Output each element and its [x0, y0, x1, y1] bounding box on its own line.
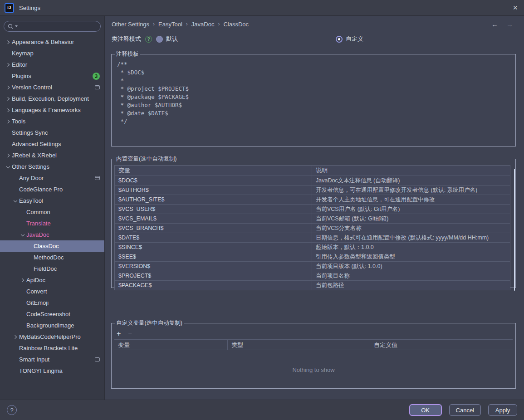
variable-name-cell: $AUTHOR_SITE$: [115, 195, 312, 204]
column-header-type: 类型: [227, 340, 370, 350]
remove-icon[interactable]: −: [128, 330, 132, 337]
builtin-variable-row[interactable]: $VERSION$当前项目版本 (默认: 1.0.0): [115, 261, 510, 271]
add-icon[interactable]: +: [117, 330, 121, 337]
chevron-right-icon[interactable]: [5, 120, 12, 123]
radio-default-label[interactable]: 默认: [166, 35, 178, 43]
sidebar-item-javadoc[interactable]: JavaDoc: [0, 229, 104, 240]
sidebar-item-mybatiscodehelperpro[interactable]: MyBatisCodeHelperPro: [0, 331, 104, 342]
breadcrumb-item[interactable]: EasyTool: [158, 21, 182, 28]
sidebar-item-label: Plugins: [12, 73, 31, 79]
sidebar-item-methoddoc[interactable]: MethodDoc: [0, 252, 104, 263]
radio-custom-label[interactable]: 自定义: [346, 35, 363, 43]
sidebar-item-classdoc[interactable]: ClassDoc: [0, 240, 104, 252]
sidebar-item-editor[interactable]: Editor: [0, 59, 104, 70]
sidebar-item-convert[interactable]: Convert: [0, 286, 104, 297]
builtin-variable-row[interactable]: $SINCE$起始版本，默认：1.0.0: [115, 242, 510, 252]
sidebar-item-smart-input[interactable]: Smart Input: [0, 354, 104, 365]
sidebar-item-any-door[interactable]: Any Door: [0, 172, 104, 184]
help-button[interactable]: ?: [7, 405, 17, 415]
radio-selected-icon[interactable]: [336, 36, 343, 43]
window-title: Settings: [19, 5, 40, 11]
radio-unselected-icon[interactable]: [156, 36, 163, 43]
chevron-right-icon[interactable]: [5, 41, 12, 44]
project-level-icon: [95, 176, 100, 180]
radio-custom[interactable]: 自定义: [336, 32, 363, 46]
apply-button[interactable]: Apply: [488, 404, 517, 416]
back-arrow-icon[interactable]: ←: [491, 20, 498, 28]
sidebar-item-other-settings[interactable]: Other Settings: [0, 161, 104, 172]
sidebar-item-translate[interactable]: Translate: [0, 218, 104, 229]
sidebar-item-advanced-settings[interactable]: Advanced Settings: [0, 138, 104, 150]
sidebar-item-gitemoji[interactable]: GitEmoji: [0, 297, 104, 308]
chevron-down-icon[interactable]: [12, 200, 19, 202]
builtin-variable-row[interactable]: $VCS_BRANCH$当前VCS分支名称: [115, 223, 510, 233]
sidebar-item-codescreenshot[interactable]: CodeScreenshot: [0, 308, 104, 320]
sidebar-item-version-control[interactable]: Version Control: [0, 82, 104, 93]
sidebar-item-apidoc[interactable]: ApiDoc: [0, 274, 104, 286]
sidebar-item-settings-sync[interactable]: Settings Sync: [0, 127, 104, 138]
sidebar-item-label: CodeScreenshot: [26, 311, 70, 317]
builtin-variable-row[interactable]: $PROJECT$当前项目名称: [115, 271, 510, 280]
sidebar-item-label: Settings Sync: [12, 129, 48, 136]
chevron-right-icon[interactable]: [5, 154, 12, 157]
chevron-down-icon[interactable]: [19, 234, 26, 236]
comment-mode-label: 类注释模式: [112, 35, 141, 43]
sidebar-item-easytool[interactable]: EasyTool: [0, 195, 104, 206]
chevron-right-icon[interactable]: [5, 109, 12, 112]
search-icon: [8, 24, 14, 29]
breadcrumb-item[interactable]: ClassDoc: [223, 21, 249, 28]
settings-window: IJ Settings × Appearance & BehaviorKeyma…: [0, 0, 524, 420]
builtin-variable-row[interactable]: $VCS_EMAIL$当前VCS邮箱 (默认: Git邮箱): [115, 214, 510, 223]
builtin-variable-row[interactable]: $VCS_USER$当前VCS用户名 (默认: Git用户名): [115, 204, 510, 214]
variable-name-cell: $SINCE$: [115, 243, 312, 252]
chevron-right-icon[interactable]: [5, 98, 12, 100]
sidebar-item-label: Smart Input: [19, 356, 49, 363]
sidebar-item-label: ApiDoc: [26, 277, 45, 283]
close-icon[interactable]: ×: [513, 4, 518, 12]
search-input[interactable]: [19, 23, 97, 30]
variable-name-cell: $AUTHOR$: [115, 186, 312, 195]
breadcrumb-separator: ›: [186, 21, 188, 27]
sidebar-item-codeglance-pro[interactable]: CodeGlance Pro: [0, 184, 104, 195]
column-header-variable: 变量: [114, 340, 227, 350]
cancel-button[interactable]: Cancel: [449, 404, 481, 416]
breadcrumb-item[interactable]: Other Settings: [112, 21, 149, 28]
variable-description-cell: 当前VCS邮箱 (默认: Git邮箱): [312, 214, 510, 223]
builtin-variable-row[interactable]: $DATE$日期信息，格式可在通用配置中修改 (默认格式: yyyy/MM/dd…: [115, 233, 510, 242]
help-icon[interactable]: ?: [145, 36, 152, 43]
sidebar-item-tongyi-lingma[interactable]: TONGYI Lingma: [0, 365, 104, 376]
builtin-table-body: $DOC$JavaDoc文本注释信息 (自动翻译)$AUTHOR$开发者信息，可…: [115, 176, 510, 290]
builtin-variable-row[interactable]: $PACKAGE$当前包路径: [115, 280, 510, 290]
builtin-variable-row[interactable]: $AUTHOR$开发者信息，可在通用配置里修改开发者信息 (默认: 系统用户名): [115, 185, 510, 195]
builtin-variable-row[interactable]: $SEE$引用传入参数类型和返回值类型: [115, 252, 510, 261]
sidebar-item-rainbow-brackets-lite[interactable]: Rainbow Brackets Lite: [0, 342, 104, 354]
sidebar-item-tools[interactable]: Tools: [0, 116, 104, 127]
ok-button[interactable]: OK: [409, 404, 442, 416]
sidebar-item-plugins[interactable]: Plugins3: [0, 70, 104, 82]
sidebar-item-build-execution-deployment[interactable]: Build, Execution, Deployment: [0, 93, 104, 104]
sidebar-item-backgroundimage[interactable]: BackgroundImage: [0, 320, 104, 331]
chevron-right-icon[interactable]: [5, 63, 12, 66]
builtin-variable-row[interactable]: $AUTHOR_SITE$开发者个人主页地址信息，可在通用配置中修改: [115, 195, 510, 204]
sidebar-item-languages-frameworks[interactable]: Languages & Frameworks: [0, 104, 104, 116]
sidebar-item-keymap[interactable]: Keymap: [0, 48, 104, 59]
builtin-variable-row[interactable]: $DOC$JavaDoc文本注释信息 (自动翻译): [115, 176, 510, 185]
sidebar-item-jrebel-xrebel[interactable]: JRebel & XRebel: [0, 150, 104, 161]
template-editor[interactable]: /** * $DOC$ * * @project $PROJECT$ * @pa…: [114, 59, 513, 127]
search-box[interactable]: [4, 21, 101, 32]
project-level-icon: [95, 85, 100, 89]
chevron-down-icon[interactable]: [5, 166, 12, 168]
search-options-caret-icon[interactable]: [15, 25, 18, 27]
forward-arrow-icon[interactable]: →: [506, 20, 513, 28]
sidebar-item-appearance-behavior[interactable]: Appearance & Behavior: [0, 36, 104, 48]
table-scrollbar[interactable]: [514, 169, 515, 291]
sidebar-item-common[interactable]: Common: [0, 206, 104, 218]
breadcrumb-item[interactable]: JavaDoc: [191, 21, 215, 28]
sidebar-item-label: Convert: [26, 288, 47, 295]
chevron-right-icon[interactable]: [19, 279, 26, 282]
chevron-right-icon[interactable]: [5, 86, 12, 89]
radio-default[interactable]: 默认: [156, 35, 178, 43]
history-nav: ← →: [491, 20, 516, 28]
chevron-right-icon[interactable]: [12, 336, 19, 338]
sidebar-item-fielddoc[interactable]: FieldDoc: [0, 263, 104, 274]
